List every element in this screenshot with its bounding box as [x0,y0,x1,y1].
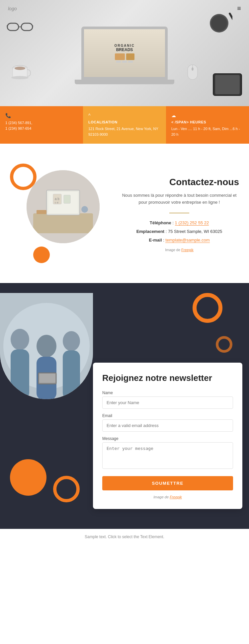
svg-point-31 [37,335,56,357]
svg-point-7 [11,76,29,79]
email-link[interactable]: template@sample.com [165,238,209,243]
svg-rect-16 [215,75,240,94]
location-title: LOCALISATION [88,120,161,124]
glasses-decoration [7,20,33,33]
laptop-decoration: ORGANIC BREADS [75,27,174,93]
nl-circle-ring-top [193,293,222,323]
nl-circle-ring-bottom [53,476,80,502]
navbar: logo ≡ [0,0,249,17]
svg-rect-36 [39,374,55,383]
tablet-decoration [212,73,242,96]
hours-text: Lun - Ven .... 11 h - 20 ft, Sam, Dim ..… [171,126,244,137]
info-card-location: ^ LOCALISATION 121 Rock Street, 21 Avenu… [83,106,166,144]
nl-team-photo [0,293,93,399]
contact-section: a b c d Contactez-nous Nous sommes là po… [0,144,249,283]
hours-title: < /SPAN> HEURES [171,120,244,124]
svg-rect-0 [7,23,19,31]
image-credit-prefix: Image de [153,495,169,499]
svg-point-8 [15,67,25,70]
logo: logo [8,6,17,11]
email-label: E-mail [149,238,162,243]
newsletter-section: Rejoignez notre newsletter Name Email Me… [0,283,249,529]
info-card-phone: 📞 1 (234) 567-891, 1 (234) 987-654 [0,106,83,144]
contact-info: Contactez-nous Nous sommes là pour répon… [120,164,239,252]
svg-rect-30 [11,349,29,399]
svg-rect-24 [64,195,70,203]
info-card-hours: ☁ < /SPAN> HEURES Lun - Ven .... 11 h - … [166,106,249,144]
name-input[interactable] [102,396,233,409]
nl-image-credit: Image de Freepik [102,495,233,499]
location-text: 121 Rock Street, 21 Avenue, New York, NY… [88,126,161,137]
svg-rect-34 [63,350,80,399]
nl-circle-fill-left [10,459,46,496]
email-form-label: Email [102,413,233,418]
contact-circle-small [33,247,50,263]
info-cards-container: 📞 1 (234) 567-891, 1 (234) 987-654 ^ LOC… [0,106,249,144]
hours-icon: ☁ [171,113,244,118]
svg-text:c d: c d [55,201,58,204]
loc-label: Emplacement [136,229,165,234]
svg-point-33 [63,331,80,351]
location-icon: ^ [88,113,161,118]
mouse-decoration [186,63,203,83]
contact-photo: a b c d [27,170,100,243]
nl-circle-ring-small [216,336,232,353]
svg-rect-21 [37,210,46,214]
contact-image-credit: Image de Freepik [120,248,239,252]
contact-description: Nous sommes là pour répondre à tout beso… [120,192,239,206]
name-label: Name [102,391,233,395]
svg-point-22 [81,206,88,213]
message-label: Message [102,436,233,441]
loc-value: 75 Street Sample, WI 63025 [168,229,222,234]
svg-point-10 [211,15,227,31]
contact-title: Contactez-nous [120,177,239,187]
svg-rect-20 [48,192,78,213]
contact-details: Téléphone : 1 (232) 252 55 22 Emplacemen… [120,219,239,245]
submit-button[interactable]: SOUMETTRE [102,476,233,490]
nl-form-card: Rejoignez notre newsletter Name Email Me… [93,363,242,509]
message-textarea[interactable] [102,442,233,469]
freepik-link[interactable]: Freepik [181,248,194,252]
phone-text: 1 (234) 567-891, 1 (234) 987-654 [5,120,78,131]
svg-point-29 [11,329,29,350]
hamburger-icon[interactable]: ≡ [237,5,241,12]
coffee-decoration [10,63,33,86]
nl-freepik-link[interactable]: Freepik [170,495,182,499]
footer: Sample text. Click to select the Text El… [0,529,249,544]
footer-text: Sample text. Click to select the Text El… [85,535,164,539]
nl-form-title: Rejoignez notre newsletter [102,373,233,384]
phone-icon: 📞 [5,113,78,118]
svg-point-14 [192,67,194,71]
phone-label: Téléphone [150,220,171,225]
email-input[interactable] [102,419,233,432]
svg-rect-18 [33,213,93,233]
contact-divider [169,213,189,213]
svg-rect-1 [21,23,33,31]
phone-link[interactable]: 1 (232) 252 55 22 [175,220,209,226]
svg-text:a b: a b [55,197,59,201]
